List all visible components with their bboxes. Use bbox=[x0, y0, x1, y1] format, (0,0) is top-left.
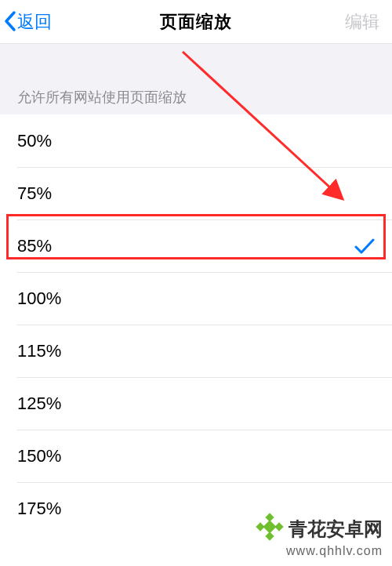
zoom-option-label: 100% bbox=[17, 288, 61, 309]
zoom-option-label: 75% bbox=[17, 183, 52, 204]
page-title: 页面缩放 bbox=[160, 10, 232, 34]
zoom-option-label: 175% bbox=[17, 499, 61, 519]
zoom-option-label: 85% bbox=[17, 236, 52, 256]
zoom-options-list: 50% 75% 85% 100% 115% 125% 150% 175% bbox=[0, 114, 392, 535]
back-button[interactable]: 返回 bbox=[3, 0, 52, 44]
zoom-option-150[interactable]: 150% bbox=[0, 430, 392, 482]
zoom-option-label: 125% bbox=[17, 394, 61, 414]
zoom-option-50[interactable]: 50% bbox=[0, 114, 392, 167]
back-label: 返回 bbox=[17, 10, 52, 34]
nav-bar: 返回 页面缩放 编辑 bbox=[0, 0, 392, 44]
zoom-option-175[interactable]: 175% bbox=[0, 482, 392, 535]
zoom-option-label: 150% bbox=[17, 446, 61, 466]
zoom-option-100[interactable]: 100% bbox=[0, 272, 392, 325]
zoom-option-75[interactable]: 75% bbox=[0, 167, 392, 220]
zoom-option-125[interactable]: 125% bbox=[0, 377, 392, 430]
watermark-url: www.qhhlv.com bbox=[286, 544, 383, 558]
zoom-option-label: 115% bbox=[17, 341, 61, 361]
zoom-option-label: 50% bbox=[17, 131, 52, 151]
checkmark-icon bbox=[354, 238, 375, 255]
edit-button[interactable]: 编辑 bbox=[345, 0, 379, 44]
section-header: 允许所有网站使用页面缩放 bbox=[0, 88, 392, 114]
chevron-left-icon bbox=[3, 10, 17, 32]
page-zoom-settings: 返回 页面缩放 编辑 允许所有网站使用页面缩放 50% 75% 85% 100%… bbox=[0, 0, 392, 566]
section-spacer bbox=[0, 44, 392, 88]
zoom-option-115[interactable]: 115% bbox=[0, 325, 392, 377]
zoom-option-85[interactable]: 85% bbox=[0, 220, 392, 272]
